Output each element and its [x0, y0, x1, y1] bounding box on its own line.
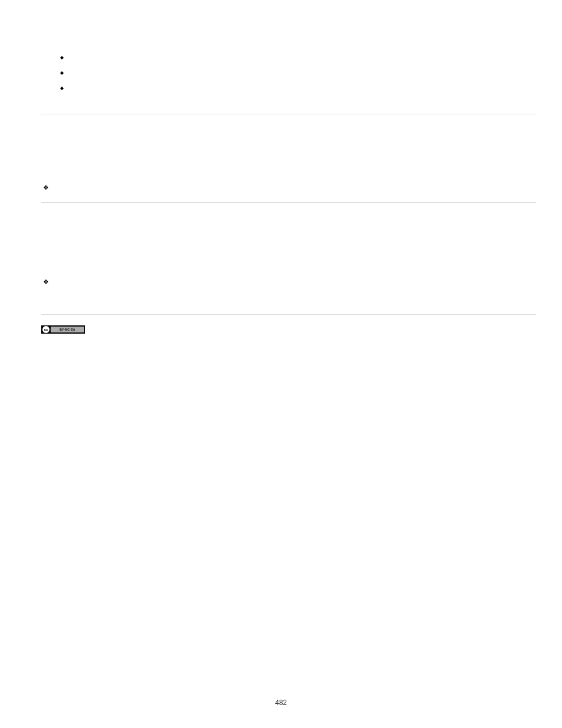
diamond-bullet-icon: ❖: [43, 278, 536, 286]
section-1: ❖: [41, 184, 536, 203]
diamond-bullet-icon: ❖: [43, 184, 536, 192]
page-content: ◆ ◆ ◆ ❖ ❖ cc BY-NC-SA: [41, 50, 536, 336]
section-2: ❖: [41, 278, 536, 286]
cc-logo-icon: cc: [42, 326, 49, 333]
bullet-item: ◆: [60, 50, 536, 65]
license-section: cc BY-NC-SA: [41, 325, 536, 336]
page-number: 482: [0, 699, 562, 707]
cc-license-text: BY-NC-SA: [51, 327, 84, 332]
divider: [41, 314, 536, 315]
divider: [41, 114, 536, 114]
cc-license-badge: cc BY-NC-SA: [41, 325, 85, 334]
cc-symbol-text: cc: [44, 328, 48, 331]
bullet-item: ◆: [60, 81, 536, 96]
bullet-list: ◆ ◆ ◆: [60, 50, 536, 96]
bullet-item: ◆: [60, 65, 536, 81]
divider: [41, 202, 536, 203]
